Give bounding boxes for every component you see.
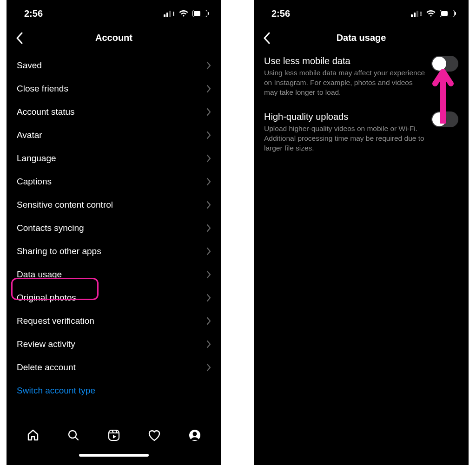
tab-activity[interactable] bbox=[145, 426, 164, 445]
svg-point-3 bbox=[192, 432, 197, 436]
account-screen: 2:56 ! Account Personal information Save… bbox=[7, 0, 221, 465]
page-title: Data usage bbox=[337, 33, 386, 43]
row-review-activity[interactable]: Review activity bbox=[7, 333, 221, 356]
home-icon bbox=[26, 429, 40, 442]
row-saved[interactable]: Saved bbox=[7, 54, 221, 77]
reels-icon bbox=[107, 429, 120, 442]
row-sensitive-content-control[interactable]: Sensitive content control bbox=[7, 193, 221, 216]
wifi-icon bbox=[178, 10, 189, 17]
svg-rect-1 bbox=[109, 430, 119, 440]
toggle-high-quality-uploads[interactable] bbox=[431, 111, 458, 127]
battery-icon bbox=[192, 10, 207, 17]
settings-content: Use less mobile data Using less mobile d… bbox=[254, 49, 469, 465]
row-account-status[interactable]: Account status bbox=[7, 100, 221, 124]
setting-use-less-mobile-data: Use less mobile data Using less mobile d… bbox=[254, 49, 469, 99]
switch-account-type-link[interactable]: Switch account type bbox=[7, 379, 221, 402]
row-sharing-to-other-apps[interactable]: Sharing to other apps bbox=[7, 240, 221, 263]
row-data-usage[interactable]: Data usage bbox=[7, 263, 221, 286]
home-indicator bbox=[7, 449, 221, 465]
chevron-right-icon bbox=[206, 85, 211, 93]
profile-icon bbox=[188, 429, 201, 442]
chevron-right-icon bbox=[206, 270, 211, 279]
data-usage-screen: 2:56 ! Data usage Use less mobile data U… bbox=[254, 0, 469, 465]
cellular-signal-icon: ! bbox=[411, 10, 422, 17]
status-time: 2:56 bbox=[271, 8, 290, 19]
status-icons: ! bbox=[164, 10, 207, 17]
tab-home[interactable] bbox=[24, 426, 42, 445]
row-original-photos[interactable]: Original photos bbox=[7, 286, 221, 309]
row-label: Sharing to other apps bbox=[17, 246, 101, 256]
chevron-right-icon bbox=[206, 108, 211, 116]
chevron-right-icon bbox=[206, 177, 211, 186]
row-personal-information[interactable]: Personal information bbox=[7, 49, 221, 54]
row-label: Data usage bbox=[17, 269, 62, 280]
status-time: 2:56 bbox=[24, 8, 43, 19]
nav-header: Account bbox=[7, 27, 221, 49]
cellular-signal-icon: ! bbox=[164, 10, 175, 17]
row-delete-account[interactable]: Delete account bbox=[7, 356, 221, 379]
row-label: Sensitive content control bbox=[17, 200, 113, 210]
row-captions[interactable]: Captions bbox=[7, 170, 221, 193]
row-label: Saved bbox=[17, 60, 42, 71]
chevron-right-icon bbox=[206, 131, 211, 139]
search-icon bbox=[67, 429, 80, 442]
chevron-right-icon bbox=[206, 294, 211, 302]
row-label: Review activity bbox=[17, 339, 75, 349]
battery-icon bbox=[440, 10, 455, 17]
setting-description: Upload higher-quality videos on mobile o… bbox=[264, 124, 458, 153]
row-label: Close friends bbox=[17, 84, 68, 94]
settings-list[interactable]: Personal information Saved Close friends… bbox=[7, 49, 221, 421]
back-button[interactable] bbox=[257, 28, 277, 48]
row-request-verification[interactable]: Request verification bbox=[7, 309, 221, 333]
row-language[interactable]: Language bbox=[7, 147, 221, 170]
row-label: Contacts syncing bbox=[17, 223, 84, 233]
back-button[interactable] bbox=[9, 28, 30, 48]
tab-reels[interactable] bbox=[105, 426, 123, 445]
row-label: Captions bbox=[17, 177, 52, 187]
link-label: Switch account type bbox=[17, 386, 95, 395]
chevron-right-icon bbox=[206, 340, 211, 348]
setting-title: High-quality uploads bbox=[264, 111, 385, 122]
status-bar: 2:56 ! bbox=[7, 0, 221, 27]
setting-high-quality-uploads: High-quality uploads Upload higher-quali… bbox=[254, 105, 469, 155]
chevron-right-icon bbox=[206, 247, 211, 255]
heart-icon bbox=[147, 429, 161, 442]
chevron-right-icon bbox=[206, 154, 211, 163]
row-label: Account status bbox=[17, 107, 75, 117]
toggle-use-less-mobile-data[interactable] bbox=[431, 56, 458, 72]
chevron-right-icon bbox=[206, 363, 211, 372]
chevron-right-icon bbox=[206, 317, 211, 325]
row-label: Original photos bbox=[17, 293, 76, 303]
page-title: Account bbox=[95, 33, 132, 43]
chevron-right-icon bbox=[206, 201, 211, 209]
tab-search[interactable] bbox=[64, 426, 83, 445]
chevron-right-icon bbox=[206, 61, 211, 70]
setting-title: Use less mobile data bbox=[264, 56, 388, 66]
row-close-friends[interactable]: Close friends bbox=[7, 77, 221, 100]
row-label: Avatar bbox=[17, 130, 42, 140]
row-label: Delete account bbox=[17, 362, 76, 373]
status-icons: ! bbox=[411, 10, 455, 17]
status-bar: 2:56 ! bbox=[254, 0, 469, 27]
setting-description: Using less mobile data may affect your e… bbox=[264, 68, 458, 98]
bottom-tab-bar bbox=[7, 421, 221, 449]
wifi-icon bbox=[426, 10, 436, 17]
chevron-right-icon bbox=[206, 224, 211, 232]
nav-header: Data usage bbox=[254, 27, 469, 49]
row-contacts-syncing[interactable]: Contacts syncing bbox=[7, 216, 221, 240]
row-label: Language bbox=[17, 153, 56, 164]
row-avatar[interactable]: Avatar bbox=[7, 124, 221, 147]
row-label: Request verification bbox=[17, 316, 94, 326]
tab-profile[interactable] bbox=[185, 426, 204, 445]
